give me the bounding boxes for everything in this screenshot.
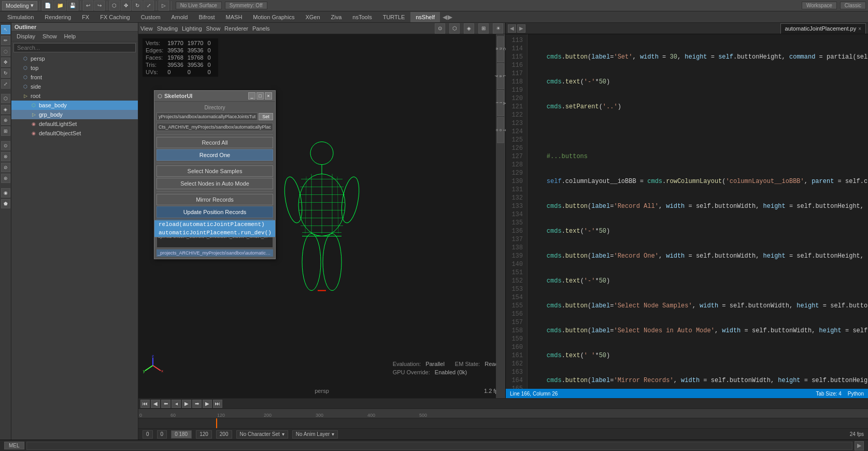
shelf-prev[interactable]: ◀ xyxy=(443,13,447,21)
tab-bifrost[interactable]: Bifrost xyxy=(193,12,220,22)
scale-tool-btn[interactable]: ⤢ xyxy=(1,79,10,89)
shelf-next[interactable]: ▶ xyxy=(448,13,452,21)
current-frame-field[interactable]: 0 xyxy=(157,430,167,439)
outliner-search-input[interactable] xyxy=(13,43,136,52)
tab-rendering[interactable]: Rendering xyxy=(39,12,76,22)
character-set-dropdown[interactable]: No Character Set ▾ xyxy=(236,430,288,439)
scale-btn[interactable]: ⤢ xyxy=(144,1,154,11)
path-input-1[interactable] xyxy=(156,112,258,121)
viewport-menu-panels[interactable]: Panels xyxy=(252,25,270,32)
code-tab-close[interactable]: × xyxy=(858,26,861,32)
tab-nsshelf[interactable]: nsShelf xyxy=(410,12,440,22)
code-editor[interactable]: 113 114 115 116 117 118 119 120 121 122 … xyxy=(506,34,868,389)
prev-frame-btn[interactable]: ◀ xyxy=(151,400,160,408)
outliner-item-side[interactable]: ⬡ side xyxy=(11,82,138,91)
tool16-btn[interactable]: ⬟ xyxy=(1,199,10,208)
outliner-menu-help[interactable]: Help xyxy=(61,33,79,40)
tool9-btn[interactable]: ⊕ xyxy=(1,116,10,125)
viewport-menu-lighting[interactable]: Lighting xyxy=(182,25,202,32)
outliner-item-grp-body[interactable]: ▷ grp_body xyxy=(11,110,138,119)
update-position-btn[interactable]: Update Position Records xyxy=(156,206,273,218)
path-input-2[interactable] xyxy=(156,123,273,131)
start-frame-field[interactable]: 0 xyxy=(143,430,153,439)
outliner-item-persp[interactable]: ⬡ persp xyxy=(11,54,138,63)
rotate-btn[interactable]: ↻ xyxy=(132,1,143,11)
new-btn[interactable]: 📄 xyxy=(42,1,53,11)
select-nodes-auto-btn[interactable]: Select Nodes in Auto Mode xyxy=(156,178,273,189)
mel-execute-btn[interactable]: ▶ xyxy=(855,441,864,450)
code-tab-file[interactable]: automaticJointPlacement.py × xyxy=(780,23,866,34)
record-all-btn[interactable]: Record All xyxy=(156,137,273,148)
go-end-btn[interactable]: ⏭ xyxy=(213,400,222,408)
mirror-records-btn[interactable]: Mirror Records xyxy=(156,194,273,205)
timeline-body[interactable]: 0 60 120 200 300 400 500 xyxy=(138,409,868,428)
dialog-close-btn[interactable]: × xyxy=(265,92,272,100)
autocomplete-item-1[interactable]: reload(automaticJointPlacement) xyxy=(154,220,275,229)
outliner-item-default-light-set[interactable]: ◉ defaultLightSet xyxy=(11,119,138,129)
end-range-field[interactable]: 120 xyxy=(196,430,212,439)
viewport-menu-renderer[interactable]: Renderer xyxy=(224,25,248,32)
tool12-btn[interactable]: ⊗ xyxy=(1,152,10,161)
viewport-shaded-btn[interactable]: ◈ xyxy=(464,23,474,34)
tool10-btn[interactable]: ⊞ xyxy=(1,126,10,136)
viewport-menu-view[interactable]: View xyxy=(140,25,153,32)
viewport-snap-btn[interactable]: ⊙ xyxy=(435,23,445,34)
tab-simulation[interactable]: Simulation xyxy=(2,12,39,22)
play-back-btn[interactable]: ◂ xyxy=(172,400,181,408)
tab-custom[interactable]: Custom xyxy=(136,12,166,22)
tab-xgen[interactable]: XGen xyxy=(300,12,325,22)
move-tool-btn[interactable]: ✥ xyxy=(1,58,10,67)
viewport-textured-btn[interactable]: ⊞ xyxy=(478,23,489,34)
mel-label[interactable]: MEL xyxy=(4,442,24,449)
undo-btn[interactable]: ↩ xyxy=(83,1,93,11)
render-btn[interactable]: ▷ xyxy=(159,1,169,11)
tab-arnold[interactable]: Arnold xyxy=(166,12,193,22)
attr-editor-btn[interactable]: Att xyxy=(497,90,504,116)
select-btn[interactable]: ⬡ xyxy=(109,1,120,11)
tab-fx[interactable]: FX xyxy=(77,12,94,22)
outliner-menu-display[interactable]: Display xyxy=(13,33,38,40)
outliner-item-default-object-set[interactable]: ◉ defaultObjectSet xyxy=(11,129,138,138)
outliner-item-root[interactable]: ▷ root xyxy=(11,91,138,101)
outliner-menu-show[interactable]: Show xyxy=(39,33,60,40)
timeline-track[interactable] xyxy=(138,418,868,428)
tool11-btn[interactable]: ⊙ xyxy=(1,141,10,150)
range-field[interactable]: 0 180 xyxy=(171,430,192,439)
viewport-light-btn[interactable]: ☀ xyxy=(493,23,503,34)
move-btn[interactable]: ✥ xyxy=(121,1,131,11)
lasso-tool-btn[interactable]: ◌ xyxy=(1,47,10,56)
select-node-samples-btn[interactable]: Select Node Samples xyxy=(156,165,273,177)
mel-input[interactable] xyxy=(26,442,852,450)
tab-motion-graphics[interactable]: Motion Graphics xyxy=(248,12,300,22)
select-tool-btn[interactable]: ↖ xyxy=(1,25,10,34)
tab-mash[interactable]: MASH xyxy=(221,12,248,22)
prev-key-btn[interactable]: ⬅ xyxy=(161,400,170,408)
outliner-item-base-body[interactable]: ⬡ base_body xyxy=(11,101,138,110)
end-frame-field[interactable]: 200 xyxy=(216,430,232,439)
dialog-maximize-btn[interactable]: □ xyxy=(257,92,264,100)
channel-editor-btn[interactable]: Cha xyxy=(497,36,504,62)
viewport-wireframe-btn[interactable]: ⬡ xyxy=(449,23,460,34)
tool7-btn[interactable]: ⬡ xyxy=(1,94,10,103)
save-btn[interactable]: 💾 xyxy=(67,1,78,11)
mode-dropdown[interactable]: Modeling ▾ xyxy=(2,1,37,10)
tab-turtle[interactable]: TURTLE xyxy=(378,12,410,22)
go-start-btn[interactable]: ⏮ xyxy=(140,400,150,408)
viewport-menu-shading[interactable]: Shading xyxy=(157,25,178,32)
play-btn[interactable]: ▶ xyxy=(182,400,191,408)
set-dir-btn[interactable]: Set xyxy=(259,113,273,120)
anim-layer-dropdown[interactable]: No Anim Layer ▾ xyxy=(292,430,338,439)
record-one-btn[interactable]: Record One xyxy=(156,149,273,161)
outliner-item-top[interactable]: ⬡ top xyxy=(11,63,138,73)
tool8-btn[interactable]: ◈ xyxy=(1,105,10,114)
redo-btn[interactable]: ↪ xyxy=(94,1,105,11)
tool13-btn[interactable]: ⊘ xyxy=(1,163,10,172)
tool15-btn[interactable]: ◉ xyxy=(1,188,10,198)
tab-fx-caching[interactable]: FX Caching xyxy=(95,12,135,22)
viewport-menu-show[interactable]: Show xyxy=(206,25,221,32)
tool14-btn[interactable]: ⊛ xyxy=(1,174,10,183)
layer-editor-btn[interactable]: Lay xyxy=(497,63,504,89)
dialog-minimize-btn[interactable]: _ xyxy=(248,92,255,100)
outliner-item-front[interactable]: ⬡ front xyxy=(11,73,138,82)
paint-tool-btn[interactable]: ✏ xyxy=(1,36,10,45)
